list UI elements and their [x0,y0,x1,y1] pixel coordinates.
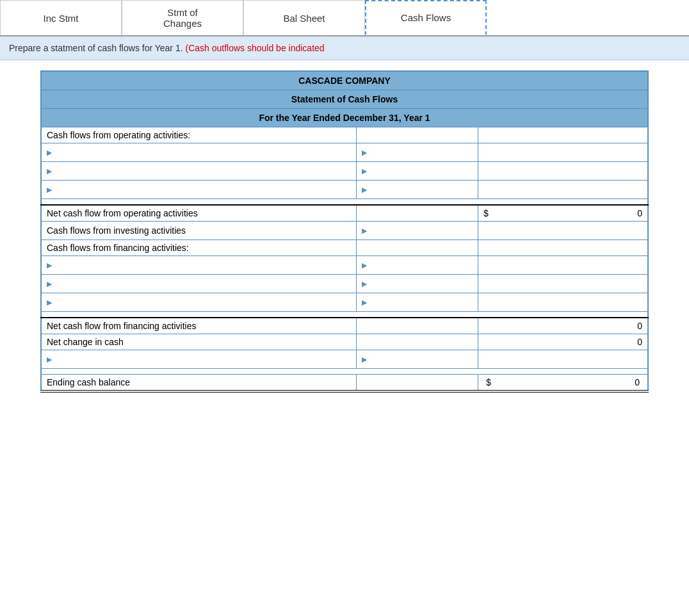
period-row: For the Year Ended December 31, Year 1 [41,109,648,127]
net-financing-mid [357,318,478,334]
ending-spacer [41,369,648,375]
company-header-row: CASCADE COMPANY [41,71,648,90]
ending-label: Ending cash balance [41,375,357,392]
fin-row-1-label[interactable] [41,256,357,275]
op-row-3-mid-input[interactable] [369,183,473,196]
fin-row-3-right-input[interactable] [483,296,642,309]
investing-right[interactable] [478,222,648,240]
op-row-2-mid[interactable] [357,162,478,181]
op-row-2-mid-input[interactable] [369,165,473,177]
op-row-3-label-input[interactable] [54,183,351,196]
investing-mid[interactable] [357,222,478,240]
net-change-value: 0 [478,334,648,350]
beginning-label-input[interactable] [54,353,351,366]
financing-label-row: Cash flows from financing activities: [41,240,648,256]
tab-bal-sheet[interactable]: Bal Sheet [243,0,365,35]
op-row-1 [41,143,648,162]
fin-spacer [41,312,648,318]
ending-row: Ending cash balance $ 0 [41,375,648,392]
fin-row-1-mid[interactable] [357,256,478,275]
fin-row-1-label-input[interactable] [54,259,351,272]
net-change-mid [357,334,478,350]
period: For the Year Ended December 31, Year 1 [41,109,648,127]
net-financing-label: Net cash flow from financing activities [41,318,357,334]
fin-row-2-label-input[interactable] [54,277,351,290]
op-row-2-right[interactable] [478,162,648,181]
op-row-2-label-input[interactable] [54,165,351,177]
ending-mid [357,375,478,392]
tab-cash-flows[interactable]: Cash Flows [365,0,487,35]
beginning-label[interactable] [41,350,357,369]
fin-row-1-mid-input[interactable] [369,259,473,272]
fin-row-3-label-input[interactable] [54,296,351,309]
fin-row-1 [41,256,648,275]
net-financing-value: 0 [478,318,648,334]
fin-row-3-mid[interactable] [357,293,478,312]
op-row-2-right-input[interactable] [483,165,642,177]
operating-label: Cash flows from operating activities: [41,127,357,143]
op-row-1-label-input[interactable] [54,146,351,159]
net-operating-symbol: $ [483,208,489,218]
beginning-mid[interactable] [357,350,478,369]
ending-value: 0 [635,377,640,387]
beginning-mid-input[interactable] [369,353,473,366]
op-row-3 [41,181,648,199]
tab-inc-stmt[interactable]: Inc Stmt [0,0,122,35]
tab-bal-sheet-label: Bal Sheet [283,13,325,24]
fin-row-2-label[interactable] [41,275,357,293]
investing-label: Cash flows from investing activities [41,222,357,240]
op-row-2 [41,162,648,181]
main-area: CASCADE COMPANY Statement of Cash Flows … [0,60,689,403]
fin-row-1-right-input[interactable] [483,259,642,272]
fin-row-2 [41,275,648,293]
op-row-1-label[interactable] [41,143,357,162]
fin-row-1-right[interactable] [478,256,648,275]
financing-label-mid [357,240,478,256]
tab-cash-flows-label: Cash Flows [401,12,451,23]
statement-table: CASCADE COMPANY Statement of Cash Flows … [40,70,649,393]
net-operating-label: Net cash flow from operating activities [41,205,357,222]
op-spacer [41,199,648,206]
tab-stmt-changes[interactable]: Stmt ofChanges [122,0,243,35]
tab-bar: Inc Stmt Stmt ofChanges Bal Sheet Cash F… [0,0,689,36]
investing-mid-input[interactable] [369,224,473,237]
investing-right-input[interactable] [483,224,642,237]
fin-row-2-right[interactable] [478,275,648,293]
op-row-2-label[interactable] [41,162,357,181]
op-row-1-right[interactable] [478,143,648,162]
report-title-row: Statement of Cash Flows [41,90,648,109]
instruction-text: Prepare a statment of cash flows for Yea… [9,43,183,53]
company-name: CASCADE COMPANY [41,71,648,90]
ending-value-cell: $ 0 [478,375,648,392]
net-financing-row: Net cash flow from financing activities … [41,318,648,334]
net-operating-value-cell: $ 0 [478,205,648,222]
fin-row-2-mid-input[interactable] [369,277,473,290]
operating-label-mid [357,127,478,143]
fin-row-2-mid[interactable] [357,275,478,293]
fin-row-3-right[interactable] [478,293,648,312]
instruction-red-text: (Cash outflows should be indicated [185,43,324,53]
op-row-3-right-input[interactable] [483,183,642,196]
op-row-1-right-input[interactable] [483,146,642,159]
operating-label-row: Cash flows from operating activities: [41,127,648,143]
op-row-3-label[interactable] [41,181,357,199]
op-row-1-mid-input[interactable] [369,146,473,159]
net-operating-mid [357,205,478,222]
tab-inc-stmt-label: Inc Stmt [43,13,78,24]
fin-row-3-label[interactable] [41,293,357,312]
op-row-3-right[interactable] [478,181,648,199]
ending-symbol: $ [486,377,491,387]
operating-label-right [478,127,648,143]
fin-row-2-right-input[interactable] [483,277,642,290]
investing-row: Cash flows from investing activities [41,222,648,240]
tab-stmt-changes-label: Stmt ofChanges [163,7,202,29]
fin-row-3 [41,293,648,312]
instruction-bar: Prepare a statment of cash flows for Yea… [0,36,689,60]
op-row-3-mid[interactable] [357,181,478,199]
op-row-1-mid[interactable] [357,143,478,162]
beginning-right[interactable] [478,350,648,369]
beginning-right-input[interactable] [483,353,642,366]
fin-row-3-mid-input[interactable] [369,296,473,309]
net-change-label: Net change in cash [41,334,357,350]
net-operating-row: Net cash flow from operating activities … [41,205,648,222]
